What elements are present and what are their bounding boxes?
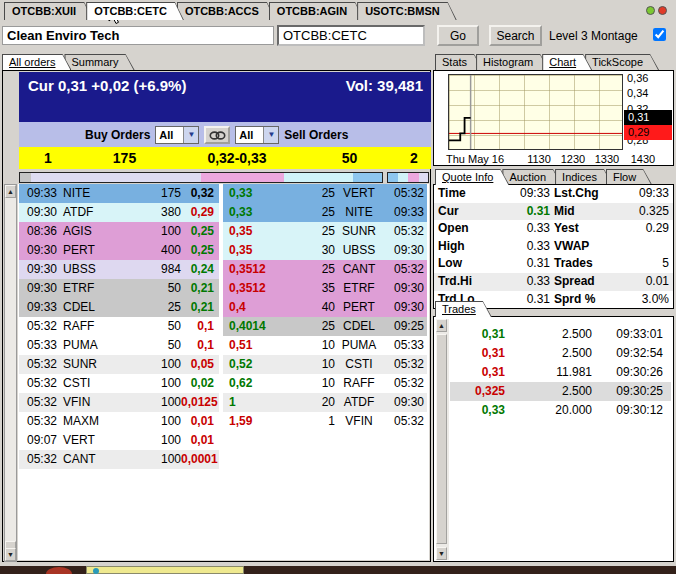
scrollbar-thumb[interactable]	[436, 334, 447, 544]
order-row[interactable]: 09:30UBSS9840,24	[19, 260, 219, 279]
buy-orders-table: 09:33NITE1750,3209:30ATDF3800,2908:36AGI…	[19, 184, 219, 469]
order-row[interactable]: 0,5210CSTI05:32	[223, 355, 427, 374]
order-row[interactable]: 0,351225CANT05:32	[223, 260, 427, 279]
trade-row[interactable]: 0,3111.98109:30:26	[450, 363, 671, 382]
order-row[interactable]: 0,3325NITE09:33	[223, 203, 427, 222]
order-filter-row: Buy Orders All ▼ All ▼ Sell Orders	[19, 122, 431, 147]
order-row[interactable]: 08:36AGIS1000,25	[19, 222, 219, 241]
trade-row[interactable]: 0,312.50009:33:01	[450, 325, 671, 344]
order-row[interactable]: 05:32VFIN1000,0125	[19, 393, 219, 412]
tab-tickscope[interactable]: TickScope	[585, 54, 659, 70]
order-row[interactable]: 09:33NITE1750,32	[19, 184, 219, 203]
link-filters-button[interactable]	[204, 126, 230, 144]
tab-chart[interactable]: Chart	[542, 54, 592, 70]
order-time-cell: 05:32	[19, 374, 63, 393]
tab-indices[interactable]: Indices	[555, 169, 613, 185]
order-row[interactable]: 0,351235ETRF09:30	[223, 279, 427, 298]
tab-histogram[interactable]: Histogram	[476, 54, 549, 70]
tab-trades[interactable]: Trades	[435, 301, 492, 317]
price-banner: Cur 0,31 +0,02 (+6.9%) Vol: 39,481	[19, 72, 431, 122]
order-row[interactable]: 09:33CDEL250,21	[19, 298, 219, 317]
order-mmid-cell: ATDF	[63, 203, 119, 222]
tab-label: OTCBB:CETC	[87, 3, 183, 20]
montage-panel: Cur 0,31 +0,02 (+6.9%) Vol: 39,481 Buy O…	[2, 70, 431, 562]
order-row[interactable]: 1,591VFIN05:32	[223, 412, 427, 431]
sell-orders-table: 0,3325VERT05:320,3325NITE09:330,3525SUNR…	[223, 184, 427, 431]
order-book-scrollbar[interactable]: ▲ ▼	[4, 184, 17, 562]
order-mmid-cell: VFIN	[335, 412, 383, 431]
window-control-green[interactable]	[646, 6, 655, 15]
trade-row[interactable]: 0,3320.00009:30:12	[450, 401, 671, 420]
quote-label: Trd.Hi	[434, 273, 486, 291]
quote-label: Low	[434, 255, 486, 273]
order-row[interactable]: 09:07VERT1000,01	[19, 431, 219, 450]
order-size-cell: 40	[285, 298, 335, 317]
sell-filter-select[interactable]: All ▼	[235, 126, 279, 144]
quote-value	[616, 238, 673, 256]
quote-value: 0.325	[616, 203, 673, 221]
chart-panel: 0,360,340,320,280,310,29Thu May 16113012…	[433, 70, 674, 166]
symbol-input[interactable]	[277, 25, 425, 46]
quote-value: 0.29	[616, 220, 673, 238]
tab-label: Chart	[543, 55, 591, 70]
order-row[interactable]: 05:32CSTI1000,02	[19, 374, 219, 393]
order-mmid-cell: CANT	[335, 260, 383, 279]
level3-montage-label: Level 3 Montage	[549, 29, 638, 43]
tab-summary[interactable]: Summary	[64, 54, 134, 70]
search-button[interactable]: Search	[489, 25, 542, 46]
tab-usotc-bmsn[interactable]: USOTC:BMSN	[357, 2, 457, 20]
order-row[interactable]: 0,3530UBSS09:30	[223, 241, 427, 260]
tab-flow[interactable]: Flow	[606, 169, 652, 185]
order-row[interactable]: 0,5110PUMA05:33	[223, 336, 427, 355]
trades-scrollbar[interactable]: ▲ ▼	[436, 319, 449, 560]
tab-stats[interactable]: Stats	[435, 54, 483, 70]
quote-value: 09:33	[486, 185, 550, 203]
scroll-down-icon[interactable]: ▼	[5, 548, 16, 561]
tab-all-orders[interactable]: All orders	[2, 54, 71, 70]
window-control-red[interactable]	[658, 6, 667, 15]
order-row[interactable]: 05:32RAFF500,1	[19, 317, 219, 336]
tab-auction[interactable]: Auction	[502, 169, 562, 185]
chevron-down-icon[interactable]: ▼	[183, 127, 198, 143]
tab-otcbb-xuii[interactable]: OTCBB:XUII	[4, 2, 93, 20]
trade-row[interactable]: 0,3252.50009:30:25	[450, 382, 671, 401]
order-row[interactable]: 09:30PERT4000,25	[19, 241, 219, 260]
tab-otcbb-agin[interactable]: OTCBB:AGIN	[269, 2, 364, 20]
scroll-down-icon[interactable]: ▼	[436, 547, 447, 560]
order-price-cell: 0,62	[223, 374, 285, 393]
go-button[interactable]: Go	[437, 25, 479, 46]
order-row[interactable]: 0,440PERT09:30	[223, 298, 427, 317]
tab-otcbb-cetc[interactable]: OTCBB:CETC	[86, 2, 184, 20]
quote-tab-bar: Quote InfoAuctionIndicesFlow	[435, 168, 645, 185]
order-row[interactable]: 05:33PUMA500,1	[19, 336, 219, 355]
order-time-cell: 05:32	[19, 317, 63, 336]
order-time-cell: 09:33	[19, 298, 63, 317]
order-row[interactable]: 05:32MAXM1000,01	[19, 412, 219, 431]
depth-segment	[419, 173, 428, 182]
order-row[interactable]: 09:30ATDF3800,29	[19, 203, 219, 222]
order-row[interactable]: 120ATDF09:30	[223, 393, 427, 412]
quote-value: 3.0%	[616, 291, 673, 309]
order-row[interactable]: 0,3525SUNR05:32	[223, 222, 427, 241]
scroll-up-icon[interactable]: ▲	[436, 319, 447, 332]
symbol-tab-bar: OTCBB:XUIIOTCBB:CETCOTCBB:ACCSOTCBB:AGIN…	[4, 2, 450, 20]
order-row[interactable]: 0,6210RAFF05:32	[223, 374, 427, 393]
trade-row[interactable]: 0,312.50009:32:54	[450, 344, 671, 363]
order-row[interactable]: 05:32CANT1000,0001	[19, 450, 219, 469]
scroll-up-icon[interactable]: ▲	[5, 185, 16, 198]
order-row[interactable]: 0,3325VERT05:32	[223, 184, 427, 203]
order-row[interactable]: 05:32SUNR1000,05	[19, 355, 219, 374]
order-time-cell: 05:32	[383, 374, 427, 393]
order-row[interactable]: 0,401425CDEL09:25	[223, 317, 427, 336]
y-axis-tick: 0,36	[627, 72, 648, 84]
tab-quote-info[interactable]: Quote Info	[435, 169, 509, 185]
order-time-cell: 09:30	[383, 298, 427, 317]
tab-label: Histogram	[477, 55, 548, 70]
order-size-cell: 25	[285, 222, 335, 241]
buy-filter-select[interactable]: All ▼	[155, 126, 199, 144]
chevron-down-icon[interactable]: ▼	[263, 127, 278, 143]
tab-otcbb-accs[interactable]: OTCBB:ACCS	[177, 2, 276, 20]
trade-price-cell: 0,31	[450, 344, 505, 363]
order-row[interactable]: 09:30ETRF500,21	[19, 279, 219, 298]
level3-montage-checkbox[interactable]	[653, 28, 666, 41]
